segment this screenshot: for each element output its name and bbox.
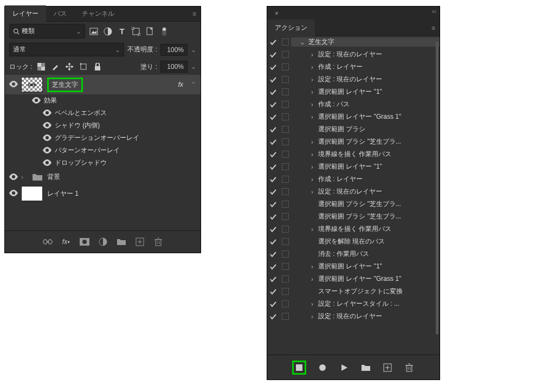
lock-all-icon[interactable]: [92, 61, 103, 72]
stop-button[interactable]: [292, 361, 306, 375]
dialog-toggle[interactable]: [279, 250, 291, 258]
chevron-icon[interactable]: ›: [309, 76, 315, 83]
action-label[interactable]: ›設定 : 現在のレイヤー: [291, 50, 440, 59]
dialog-toggle[interactable]: [279, 238, 291, 245]
action-label[interactable]: ›作成 : レイヤー: [291, 175, 440, 184]
action-label[interactable]: ›設定 : 現在のレイヤー: [291, 75, 440, 84]
chevron-icon[interactable]: ›: [309, 300, 315, 308]
check-icon[interactable]: [267, 239, 279, 245]
tab-paths[interactable]: パス: [46, 5, 74, 22]
filter-shape-icon[interactable]: [131, 26, 141, 37]
dialog-toggle[interactable]: [279, 76, 291, 83]
dialog-toggle[interactable]: [279, 313, 291, 320]
eye-icon[interactable]: [32, 97, 40, 105]
eye-icon[interactable]: [43, 134, 50, 142]
opacity-input[interactable]: 100%: [160, 44, 188, 56]
chevron-icon[interactable]: ›: [309, 226, 315, 233]
chevron-down-icon[interactable]: ⌄: [191, 46, 196, 54]
action-label[interactable]: ›選択範囲 レイヤー "1": [291, 87, 440, 97]
dialog-toggle[interactable]: [279, 226, 291, 233]
fill-input[interactable]: 100%: [160, 61, 188, 73]
check-icon[interactable]: [267, 76, 279, 83]
dialog-toggle[interactable]: [279, 38, 291, 46]
action-label[interactable]: ›設定 : 現在のレイヤー: [291, 187, 440, 196]
action-row[interactable]: ›選択範囲 レイヤー "Grass 1": [267, 273, 440, 285]
dialog-toggle[interactable]: [279, 101, 291, 108]
lock-transparent-icon[interactable]: [36, 61, 47, 72]
action-row[interactable]: ›選択範囲 レイヤー "1": [267, 86, 440, 98]
dialog-toggle[interactable]: [279, 138, 291, 145]
filter-text-icon[interactable]: T: [117, 26, 127, 37]
panel-menu-icon[interactable]: ≡: [431, 24, 435, 32]
effect-item[interactable]: ドロップシャドウ: [5, 157, 201, 169]
dialog-toggle[interactable]: [279, 213, 291, 220]
action-row[interactable]: ›設定 : 現在のレイヤー: [267, 48, 440, 61]
action-row[interactable]: ›境界線を描く 作業用パス: [267, 148, 440, 160]
chevron-icon[interactable]: ›: [309, 163, 315, 171]
trash-icon[interactable]: [404, 362, 415, 373]
action-label[interactable]: 選択範囲 ブラシ: [291, 125, 440, 134]
chevron-icon[interactable]: ›: [309, 63, 315, 71]
chevron-icon[interactable]: ›: [309, 138, 315, 146]
eye-icon[interactable]: [43, 159, 50, 167]
check-icon[interactable]: [267, 126, 279, 133]
check-icon[interactable]: [267, 201, 279, 208]
chevron-icon[interactable]: ›: [309, 101, 315, 108]
tab-channels[interactable]: チャンネル: [74, 5, 122, 22]
filter-smartobj-icon[interactable]: [145, 26, 156, 37]
mask-icon[interactable]: [79, 236, 90, 247]
action-label[interactable]: 選択範囲 ブラシ "芝生ブラ...: [291, 212, 440, 221]
fx-icon[interactable]: fx▾: [61, 236, 72, 247]
dialog-toggle[interactable]: [279, 151, 291, 158]
tab-actions[interactable]: アクション: [267, 20, 315, 36]
effects-header[interactable]: 効果: [5, 94, 201, 107]
check-icon[interactable]: [267, 264, 279, 270]
panel-menu-icon[interactable]: ≡: [192, 10, 196, 18]
collapse-icon[interactable]: ‹‹: [432, 8, 436, 20]
fx-indicator[interactable]: fx: [178, 81, 183, 88]
check-icon[interactable]: [267, 151, 279, 158]
effect-item[interactable]: シャドウ (内側): [5, 119, 201, 132]
action-row[interactable]: ›境界線を描く 作業用パス: [267, 223, 440, 235]
action-label[interactable]: ›作成 : パス: [291, 100, 440, 109]
filter-toggle[interactable]: [159, 26, 170, 37]
group-icon[interactable]: [116, 236, 127, 247]
eye-icon[interactable]: [9, 81, 17, 88]
dialog-toggle[interactable]: [279, 176, 291, 183]
tab-layers[interactable]: レイヤー: [5, 5, 46, 22]
blend-mode-select[interactable]: 通常 ⌄: [9, 43, 124, 56]
check-icon[interactable]: [267, 114, 279, 120]
effect-item[interactable]: ベベルとエンボス: [5, 107, 201, 119]
action-row[interactable]: ›設定 : レイヤースタイル : ...: [267, 298, 440, 310]
check-icon[interactable]: [267, 39, 279, 46]
check-icon[interactable]: [267, 164, 279, 170]
action-row[interactable]: ›作成 : レイヤー: [267, 173, 440, 185]
dialog-toggle[interactable]: [279, 263, 291, 270]
lock-paint-icon[interactable]: [50, 61, 61, 72]
new-action-icon[interactable]: [382, 362, 393, 373]
action-label[interactable]: ›境界線を描く 作業用パス: [291, 150, 440, 159]
dialog-toggle[interactable]: [279, 275, 291, 282]
check-icon[interactable]: [267, 251, 279, 258]
dialog-toggle[interactable]: [279, 113, 291, 120]
chevron-icon[interactable]: ›: [309, 313, 315, 320]
chevron-icon[interactable]: ›: [309, 188, 315, 196]
layer-row[interactable]: › 背景: [5, 169, 201, 183]
dialog-toggle[interactable]: [279, 126, 291, 133]
check-icon[interactable]: [267, 176, 279, 183]
chevron-icon[interactable]: ›: [309, 88, 315, 96]
filter-adjustment-icon[interactable]: [102, 26, 113, 37]
chevron-up-icon[interactable]: ⌃: [191, 81, 196, 88]
chevron-icon[interactable]: ›: [309, 176, 315, 183]
action-label[interactable]: ›作成 : レイヤー: [291, 62, 440, 72]
chevron-right-icon[interactable]: ›: [21, 173, 28, 181]
layer-row[interactable]: レイヤー 1: [5, 183, 201, 204]
link-icon[interactable]: [42, 236, 53, 247]
action-row[interactable]: ›選択範囲 レイヤー "Grass 1": [267, 111, 440, 123]
action-row[interactable]: ›設定 : 現在のレイヤー: [267, 73, 440, 86]
action-row[interactable]: 選択範囲 ブラシ: [267, 123, 440, 136]
close-icon[interactable]: ×: [270, 8, 283, 20]
lock-artboard-icon[interactable]: [78, 61, 89, 72]
check-icon[interactable]: [267, 301, 279, 307]
action-label[interactable]: ›選択範囲 レイヤー "1": [291, 162, 440, 171]
